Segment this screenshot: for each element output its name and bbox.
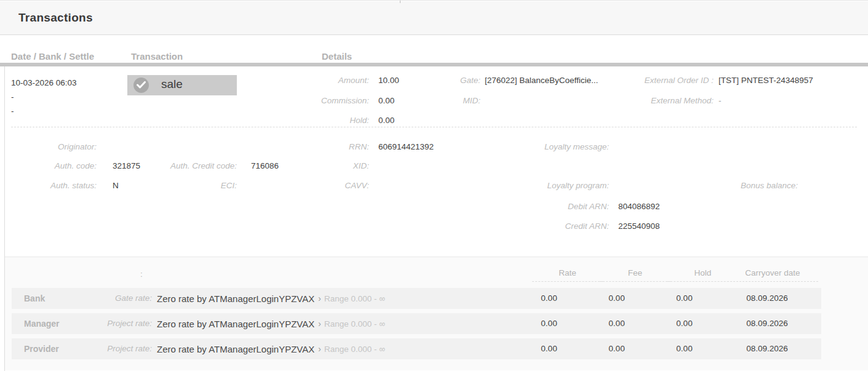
rate-role-label: Bank: [24, 288, 45, 309]
column-header-date-bank-settle: Date / Bank / Settle: [11, 51, 94, 62]
amount-label: Amount:: [338, 76, 369, 85]
carryover-date-value: 08.09.2026: [721, 288, 813, 309]
commission-value: 0.00: [378, 96, 394, 105]
auth-status-value: N: [113, 181, 119, 190]
rate-row-manager: Manager Project rate: Zero rate by ATMan…: [12, 313, 821, 334]
rates-header-rate: Rate: [532, 268, 603, 282]
transaction-settle: -: [11, 104, 77, 118]
rate-type-label: Gate rate:: [115, 288, 152, 309]
xid-label: XID:: [353, 161, 369, 170]
empty-rate-label-colon: :: [140, 269, 143, 279]
rates-header-fee: Fee: [600, 268, 671, 282]
loyalty-program-label: Loyalty program:: [547, 181, 609, 190]
rate-range-text: Range 0.000 - ∞: [324, 345, 385, 354]
hold-value: 0.00: [649, 338, 720, 359]
hold-label: Hold:: [349, 116, 369, 125]
rate-row-bank: Bank Gate rate: Zero rate by ATManagerLo…: [12, 288, 821, 309]
rates-header-carryover-date: Carryover date: [727, 268, 818, 282]
credit-arn-value: 225540908: [618, 221, 660, 231]
transaction-type-badge[interactable]: sale: [127, 75, 237, 95]
rrn-label: RRN:: [349, 142, 369, 151]
gate-label: Gate:: [460, 76, 480, 85]
rate-range-text: Range 0.000 - ∞: [324, 319, 385, 329]
top-divider-tick: [400, 1, 400, 3]
rate-name-link[interactable]: Zero rate by ATManagerLoginYPZVAX › Rang…: [157, 338, 385, 359]
loyalty-message-label: Loyalty message:: [544, 142, 609, 151]
credit-arn-label: Credit ARN:: [565, 221, 609, 231]
carryover-date-value: 08.09.2026: [721, 338, 813, 359]
chevron-right-icon: ›: [318, 293, 321, 303]
external-method-label: External Method:: [651, 96, 714, 105]
fee-value: 0.00: [581, 313, 652, 334]
details-dashed-separator: [11, 127, 857, 127]
hold-value: 0.00: [649, 288, 720, 309]
debit-arn-label: Debit ARN:: [568, 202, 609, 211]
rates-section: : Rate Fee Hold Carryover date Bank Gate…: [5, 257, 868, 370]
rate-value: 0.00: [514, 313, 584, 334]
rate-role-label: Manager: [24, 313, 60, 334]
rate-value: 0.00: [514, 288, 584, 309]
mid-label: MID:: [463, 96, 481, 105]
auth-status-label: Auth. status:: [50, 181, 97, 190]
rate-name-text: Zero rate by ATManagerLoginYPZVAX: [157, 319, 314, 329]
auth-code-value: 321875: [113, 161, 140, 170]
chevron-right-icon: ›: [318, 344, 321, 354]
rate-name-text: Zero rate by ATManagerLoginYPZVAX: [157, 293, 314, 304]
originator-label: Originator:: [58, 142, 97, 151]
rate-value: 0.00: [514, 338, 584, 359]
transactions-page: Transactions Date / Bank / Settle Transa…: [0, 0, 868, 371]
fee-value: 0.00: [581, 288, 652, 309]
rate-name-link[interactable]: Zero rate by ATManagerLoginYPZVAX › Rang…: [157, 313, 385, 334]
page-title: Transactions: [18, 11, 93, 25]
hold-value: 0.00: [649, 313, 720, 334]
rate-name-text: Zero rate by ATManagerLoginYPZVAX: [157, 344, 314, 354]
external-order-id-value: [TST] PNTEST-24348957: [719, 76, 813, 85]
external-order-id-label: External Order ID :: [644, 76, 714, 85]
column-header-transaction: Transaction: [131, 51, 183, 62]
transaction-bank: -: [11, 90, 77, 104]
rate-range-text: Range 0.000 - ∞: [324, 294, 385, 303]
chevron-right-icon: ›: [318, 319, 321, 329]
hold-value: 0.00: [378, 116, 394, 125]
gate-value: [276022] BalanceByCoefficie...: [485, 76, 598, 85]
rate-type-label: Project rate:: [107, 313, 152, 334]
rate-type-label: Project rate:: [107, 338, 152, 359]
auth-credit-code-value: 716086: [251, 161, 279, 170]
rate-row-provider: Provider Project rate: Zero rate by ATMa…: [12, 338, 821, 359]
carryover-date-value: 08.09.2026: [721, 313, 813, 334]
auth-credit-code-label: Auth. Credit code:: [170, 161, 237, 170]
eci-label: ECI:: [221, 181, 237, 190]
fee-value: 0.00: [581, 338, 652, 359]
transaction-row-details: 10-03-2026 06:03 - - sale Amount: 10.00 …: [5, 66, 868, 257]
commission-label: Commission:: [321, 96, 369, 105]
column-header-details: Details: [322, 51, 352, 62]
rrn-value: 606914421392: [378, 142, 434, 151]
amount-value: 10.00: [378, 76, 399, 85]
auth-code-label: Auth. code:: [55, 161, 97, 170]
rate-role-label: Provider: [24, 338, 59, 359]
debit-arn-value: 804086892: [618, 202, 660, 211]
date-bank-settle-cell: 10-03-2026 06:03 - -: [11, 76, 77, 118]
checkmark-icon: [133, 78, 149, 93]
title-bar: Transactions: [0, 1, 868, 35]
external-method-value: -: [719, 96, 722, 105]
transaction-type-label: sale: [161, 78, 183, 91]
bonus-balance-label: Bonus balance:: [741, 181, 798, 190]
cavv-label: CAVV:: [344, 181, 369, 190]
rate-name-link[interactable]: Zero rate by ATManagerLoginYPZVAX › Rang…: [157, 288, 385, 309]
transaction-date: 10-03-2026 06:03: [11, 76, 77, 90]
